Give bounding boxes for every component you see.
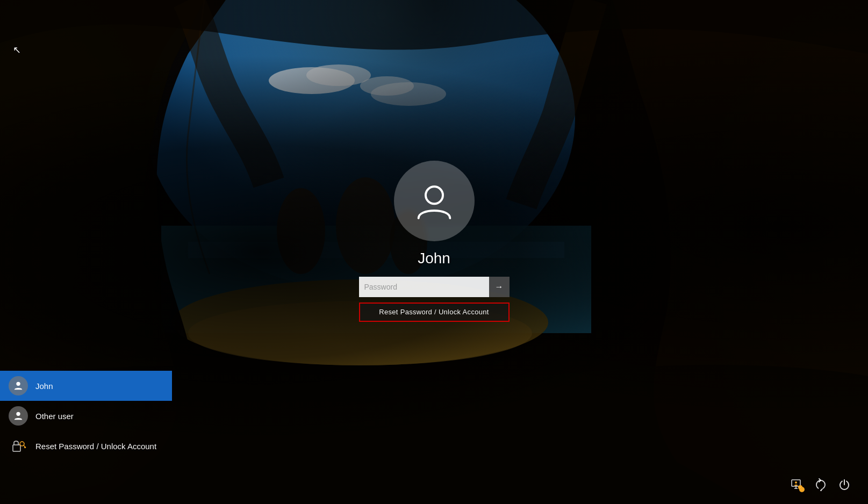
- john-label: John: [35, 381, 53, 391]
- power-icon: [838, 478, 851, 491]
- john-avatar: [9, 376, 28, 395]
- network-icon: [814, 478, 827, 491]
- reset-unlock-sidebar-label: Reset Password / Unlock Account: [35, 442, 156, 451]
- password-input[interactable]: [359, 277, 489, 297]
- sidebar-item-reset-unlock[interactable]: Reset Password / Unlock Account: [0, 431, 172, 461]
- password-row: →: [359, 277, 510, 297]
- lock-key-icon: [10, 437, 27, 455]
- power-button[interactable]: [838, 478, 851, 491]
- sidebar-item-john[interactable]: John: [0, 371, 172, 401]
- svg-rect-16: [13, 445, 20, 451]
- other-user-avatar-icon: [12, 410, 24, 422]
- system-tray: !: [791, 478, 851, 491]
- svg-point-17: [20, 442, 24, 446]
- login-panel: John → Reset Password / Unlock Account: [359, 161, 510, 322]
- sidebar-item-other-user[interactable]: Other user: [0, 401, 172, 431]
- network-button[interactable]: [814, 478, 827, 491]
- other-user-label: Other user: [35, 412, 74, 421]
- reset-unlock-icon-container: [9, 436, 28, 456]
- svg-text:!: !: [800, 486, 801, 489]
- avatar: [394, 161, 475, 241]
- user-display-name: John: [418, 250, 450, 267]
- svg-point-14: [16, 382, 20, 386]
- john-avatar-icon: [12, 380, 24, 392]
- other-user-avatar: [9, 406, 28, 426]
- svg-point-15: [16, 412, 20, 416]
- accessibility-button[interactable]: !: [791, 478, 804, 491]
- accessibility-icon: !: [791, 478, 804, 491]
- svg-point-24: [795, 481, 797, 484]
- reset-unlock-button[interactable]: Reset Password / Unlock Account: [359, 303, 510, 322]
- submit-button[interactable]: →: [489, 277, 510, 297]
- arrow-icon: →: [495, 282, 504, 292]
- user-icon: [413, 179, 456, 222]
- svg-point-13: [426, 186, 443, 204]
- user-switcher-panel: John Other user Re: [0, 371, 172, 461]
